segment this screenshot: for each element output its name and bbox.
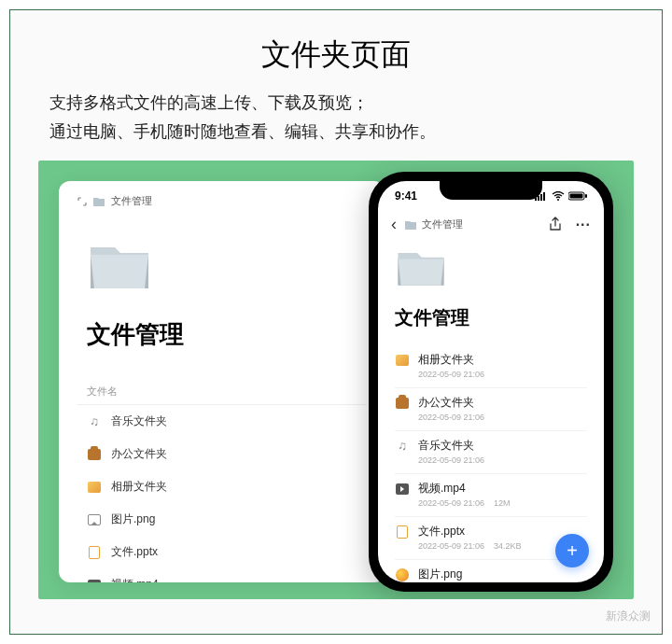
folder-icon	[404, 219, 417, 231]
file-name: 音乐文件夹	[418, 438, 474, 454]
phone-screen: 9:41 ‹ 文件管理	[378, 181, 604, 582]
svg-rect-2	[540, 194, 542, 201]
file-timestamp: 2022-05-09 21:06	[418, 455, 484, 465]
file-row[interactable]: 音乐文件夹	[77, 405, 367, 438]
file-name: 文件.pptx	[418, 524, 465, 539]
file-name: 相册文件夹	[418, 352, 474, 368]
file-name: 视频.mp4	[111, 577, 159, 582]
album-icon	[87, 480, 102, 495]
page-frame: 文件夹页面 支持多格式文件的高速上传、下载及预览； 通过电脑、手机随时随地查看、…	[9, 9, 663, 635]
file-name: 图片.png	[111, 511, 155, 527]
more-icon[interactable]: ···	[576, 217, 591, 233]
svg-rect-1	[538, 196, 539, 201]
file-name: 办公文件夹	[111, 446, 167, 462]
picture-icon	[395, 567, 410, 582]
desktop-heading: 文件管理	[87, 318, 367, 351]
folder-large-icon	[395, 245, 447, 288]
preview-stage: 文件管理 文件管理 文件名 音乐文件夹办公文件夹相册文件夹图片.png文件.pp…	[38, 161, 634, 599]
document-icon	[395, 525, 410, 539]
folder-large-icon	[87, 238, 152, 292]
file-row[interactable]: 办公文件夹2022-05-09 21:06	[395, 388, 587, 431]
briefcase-icon	[395, 396, 410, 411]
file-row[interactable]: 图片.png2022-05-09 21:0612.7KB	[395, 560, 587, 582]
desktop-panel: 文件管理 文件管理 文件名 音乐文件夹办公文件夹相册文件夹图片.png文件.pp…	[59, 181, 385, 582]
svg-rect-6	[570, 194, 583, 199]
file-timestamp: 2022-05-09 21:06	[418, 541, 484, 551]
file-name: 视频.mp4	[418, 481, 466, 497]
wifi-icon	[552, 191, 565, 201]
phone-mockup: 9:41 ‹ 文件管理	[369, 172, 613, 592]
page-description: 支持多格式文件的高速上传、下载及预览； 通过电脑、手机随时随地查看、编辑、共享和…	[38, 89, 634, 146]
breadcrumb-mobile[interactable]: 文件管理	[404, 217, 540, 231]
add-button[interactable]: +	[555, 534, 589, 567]
file-row[interactable]: 视频.mp42022-05-09 21:0612M	[395, 474, 587, 517]
video-icon	[395, 482, 410, 497]
breadcrumb-label: 文件管理	[111, 194, 152, 208]
file-row[interactable]: 音乐文件夹2022-05-09 21:06	[395, 431, 587, 474]
file-name: 办公文件夹	[418, 395, 474, 411]
music-icon	[87, 414, 102, 429]
briefcase-icon	[87, 447, 102, 462]
file-row[interactable]: 图片.png	[77, 503, 367, 536]
file-size: 12M	[494, 498, 511, 508]
phone-nav: ‹ 文件管理 ···	[378, 209, 604, 240]
phone-heading: 文件管理	[395, 305, 587, 330]
album-icon	[395, 353, 410, 368]
svg-point-4	[557, 199, 559, 201]
file-row[interactable]: 视频.mp4	[77, 568, 367, 582]
svg-rect-7	[585, 194, 587, 198]
file-timestamp: 2022-05-09 21:06	[418, 498, 484, 508]
file-row[interactable]: 相册文件夹2022-05-09 21:06	[395, 345, 587, 388]
file-timestamp: 2022-05-09 21:06	[418, 370, 484, 379]
file-name: 音乐文件夹	[111, 413, 167, 429]
file-row[interactable]: 相册文件夹	[77, 470, 367, 503]
expand-icon	[77, 197, 87, 206]
back-button[interactable]: ‹	[391, 215, 397, 234]
phone-notch	[440, 181, 542, 200]
file-name: 相册文件夹	[111, 479, 167, 495]
share-icon[interactable]	[548, 217, 563, 231]
column-header-name: 文件名	[77, 379, 367, 405]
file-row[interactable]: 文件.pptx	[77, 536, 367, 568]
file-size: 34.2KB	[494, 541, 522, 551]
page-title: 文件夹页面	[38, 35, 634, 76]
document-icon	[87, 545, 102, 560]
file-timestamp: 2022-05-09 21:06	[418, 413, 484, 422]
battery-icon	[568, 191, 587, 201]
video-icon	[87, 578, 102, 583]
folder-icon	[92, 196, 105, 207]
status-time: 9:41	[395, 189, 417, 203]
svg-rect-3	[543, 192, 545, 201]
music-icon	[395, 439, 410, 454]
breadcrumb[interactable]: 文件管理	[77, 194, 367, 208]
watermark: 新浪众测	[606, 609, 651, 624]
file-row[interactable]: 办公文件夹	[77, 438, 367, 470]
file-name: 图片.png	[418, 567, 462, 582]
image-icon	[87, 512, 102, 527]
file-name: 文件.pptx	[111, 544, 158, 560]
